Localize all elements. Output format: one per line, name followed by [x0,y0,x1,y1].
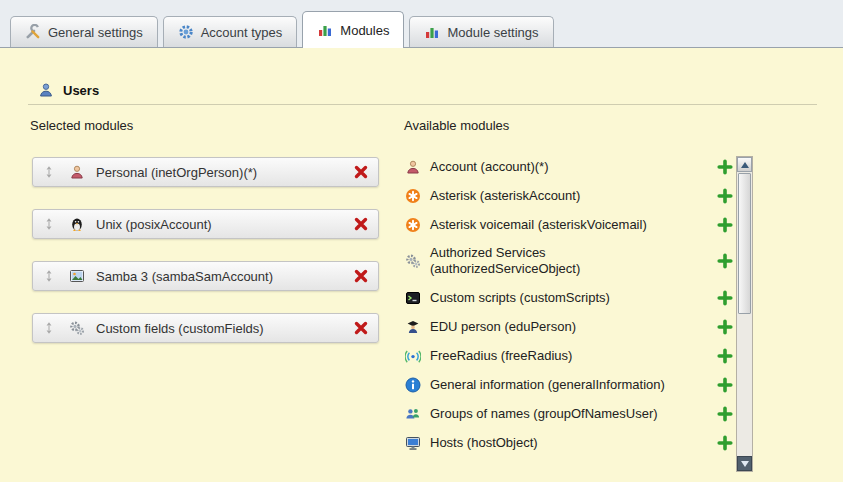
available-module-label: Account (account)(*) [430,159,549,175]
tab-label: Account types [201,25,283,40]
gears-icon [69,320,85,336]
selected-module-label: Personal (inetOrgPerson)(*) [96,165,257,180]
available-module-row: Account (account)(*) [405,158,733,175]
scroll-down-button[interactable] [737,456,752,471]
asterisk-icon [405,217,421,233]
selected-module-row[interactable]: Personal (inetOrgPerson)(*) [32,157,379,187]
tab-bar: General settings Account types Modules [0,0,843,48]
remove-module-button[interactable] [353,216,369,232]
add-module-button[interactable] [717,435,733,451]
add-module-button[interactable] [717,290,733,306]
samba-icon [69,268,85,284]
delete-icon [353,164,369,180]
add-icon [717,290,733,306]
add-module-button[interactable] [717,217,733,233]
available-module-row: Groups of names (groupOfNamesUser) [405,405,733,422]
available-modules-scrollbar[interactable] [736,156,753,472]
add-icon [717,319,733,335]
tab-general-settings[interactable]: General settings [10,16,158,47]
add-icon [717,253,733,269]
person-icon [405,159,421,175]
monitor-icon [405,435,421,451]
arrow-down-icon [741,461,749,467]
tab-label: Module settings [447,25,538,40]
available-module-row: EDU person (eduPerson) [405,318,733,335]
arrow-up-icon [741,162,749,168]
user-icon [38,82,54,98]
available-modules-list: Account (account)(*) Asterisk (asteris [405,158,733,451]
available-module-row: Asterisk (asteriskAccount) [405,187,733,204]
add-icon [717,188,733,204]
remove-module-button[interactable] [353,164,369,180]
terminal-icon [405,290,421,306]
available-module-row: Authorized Services (authorizedServiceOb… [405,245,733,277]
delete-icon [353,268,369,284]
selected-modules-list: Personal (inetOrgPerson)(*) [32,157,379,343]
gears-icon [405,253,421,269]
delete-icon [353,320,369,336]
add-icon [717,217,733,233]
section-heading: Users [38,82,99,98]
remove-module-button[interactable] [353,320,369,336]
available-module-row: Custom scripts (customScripts) [405,289,733,306]
add-module-button[interactable] [717,406,733,422]
add-module-button[interactable] [717,159,733,175]
tab-label: Modules [340,23,389,38]
available-module-label: EDU person (eduPerson) [430,319,576,335]
module-settings-icon [424,24,440,40]
selected-module-row[interactable]: Samba 3 (sambaSamAccount) [32,261,379,291]
selected-module-label: Custom fields (customFields) [96,321,264,336]
add-icon [717,348,733,364]
delete-icon [353,216,369,232]
tab-label: General settings [48,25,143,40]
graduate-icon [405,319,421,335]
scrollbar-thumb[interactable] [738,173,751,314]
person-icon [69,164,85,180]
available-module-label: Custom scripts (customScripts) [430,290,610,306]
add-module-button[interactable] [717,377,733,393]
remove-module-button[interactable] [353,268,369,284]
tab-module-settings[interactable]: Module settings [409,16,553,47]
drag-handle-icon[interactable] [42,321,56,335]
asterisk-icon [405,188,421,204]
add-module-button[interactable] [717,253,733,269]
available-module-row: General information (generalInformation) [405,376,733,393]
available-module-label: Hosts (hostObject) [430,435,538,451]
scroll-up-button[interactable] [737,157,752,172]
available-module-label: Groups of names (groupOfNamesUser) [430,406,658,422]
selected-module-row[interactable]: Custom fields (customFields) [32,313,379,343]
available-module-label: General information (generalInformation) [430,377,665,393]
available-module-row: Asterisk voicemail (asteriskVoicemail) [405,216,733,233]
tools-icon [25,24,41,40]
add-icon [717,377,733,393]
selected-module-label: Samba 3 (sambaSamAccount) [96,269,273,284]
available-module-label: Authorized Services (authorizedServiceOb… [430,245,684,277]
available-module-label: FreeRadius (freeRadius) [430,348,572,364]
add-icon [717,159,733,175]
available-module-label: Asterisk voicemail (asteriskVoicemail) [430,217,647,233]
add-module-button[interactable] [717,348,733,364]
drag-handle-icon[interactable] [42,165,56,179]
tab-account-types[interactable]: Account types [163,16,298,47]
selected-modules-label: Selected modules [30,118,133,133]
available-module-row: Hosts (hostObject) [405,434,733,451]
module-configuration-page: General settings Account types Modules [0,0,843,482]
available-module-row: FreeRadius (freeRadius) [405,347,733,364]
drag-handle-icon[interactable] [42,269,56,283]
drag-handle-icon[interactable] [42,217,56,231]
tux-icon [69,216,85,232]
gear-icon [178,24,194,40]
signal-icon [405,348,421,364]
group-icon [405,406,421,422]
add-module-button[interactable] [717,188,733,204]
add-module-button[interactable] [717,319,733,335]
selected-module-label: Unix (posixAccount) [96,217,212,232]
selected-module-row[interactable]: Unix (posixAccount) [32,209,379,239]
section-title: Users [63,83,99,98]
available-modules-label: Available modules [404,118,509,133]
section-divider [28,104,817,105]
modules-icon [317,22,333,38]
add-icon [717,435,733,451]
info-icon [405,377,421,393]
tab-modules[interactable]: Modules [302,11,404,48]
